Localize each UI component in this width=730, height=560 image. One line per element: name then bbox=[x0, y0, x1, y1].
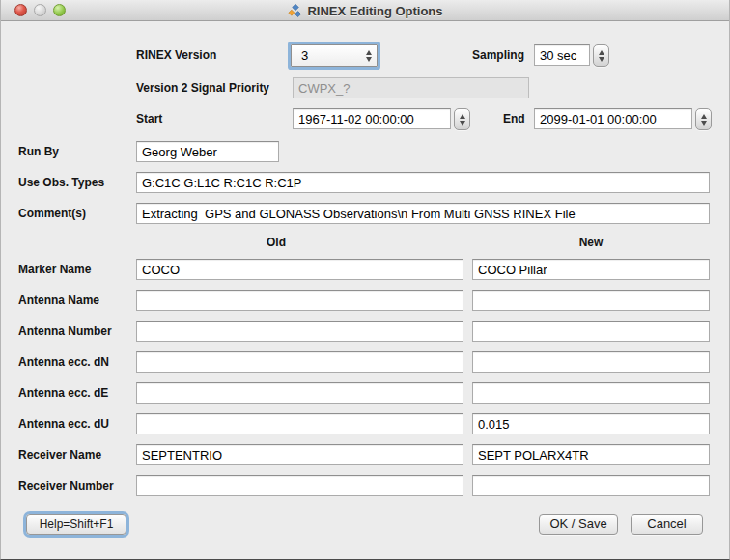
receiver-name-label: Receiver Name bbox=[18, 448, 101, 462]
end-label: End bbox=[503, 112, 525, 126]
antenna-number-label: Antenna Number bbox=[18, 324, 112, 339]
down-arrow-icon[interactable] bbox=[366, 57, 372, 62]
run-by-label: Run By bbox=[18, 145, 59, 159]
comments-input[interactable] bbox=[136, 203, 710, 224]
antenna-number-new-input[interactable] bbox=[472, 321, 710, 342]
antenna-ecc-du-label: Antenna ecc. dU bbox=[18, 417, 109, 432]
rinex-version-spinbox[interactable]: 3 bbox=[291, 44, 378, 67]
antenna-ecc-dn-new-input[interactable] bbox=[472, 351, 710, 373]
antenna-ecc-de-new-input[interactable] bbox=[472, 382, 710, 404]
down-arrow-icon[interactable] bbox=[460, 121, 465, 126]
ok-save-button[interactable]: OK / Save bbox=[539, 514, 618, 535]
use-obs-types-input[interactable] bbox=[136, 172, 710, 193]
start-label: Start bbox=[136, 112, 162, 126]
use-obs-types-label: Use Obs. Types bbox=[18, 176, 104, 190]
marker-name-new-input[interactable] bbox=[472, 259, 710, 280]
v2-signal-priority-label: Version 2 Signal Priority bbox=[136, 81, 269, 96]
antenna-name-new-input[interactable] bbox=[472, 290, 710, 311]
end-datetime-input[interactable] bbox=[534, 108, 692, 129]
down-arrow-icon[interactable] bbox=[599, 57, 604, 62]
up-arrow-icon[interactable] bbox=[701, 114, 707, 119]
up-arrow-icon[interactable] bbox=[599, 50, 604, 55]
new-column-header: New bbox=[472, 236, 710, 249]
help-button[interactable]: Help=Shift+F1 bbox=[26, 514, 126, 535]
old-column-header: Old bbox=[136, 236, 416, 249]
marker-name-label: Marker Name bbox=[18, 263, 91, 277]
up-arrow-icon[interactable] bbox=[460, 114, 465, 119]
rinex-version-value: 3 bbox=[301, 48, 308, 63]
title-bar[interactable]: RINEX Editing Options bbox=[1, 0, 729, 21]
antenna-name-label: Antenna Name bbox=[18, 294, 99, 308]
rinex-editing-options-dialog: RINEX Editing Options RINEX Version 3 Sa… bbox=[0, 0, 730, 560]
run-by-input[interactable] bbox=[136, 141, 279, 162]
receiver-number-label: Receiver Number bbox=[18, 479, 114, 493]
antenna-ecc-de-old-input[interactable] bbox=[136, 382, 463, 404]
up-arrow-icon[interactable] bbox=[366, 50, 372, 55]
comments-label: Comment(s) bbox=[18, 207, 86, 221]
sampling-input[interactable] bbox=[534, 44, 590, 66]
antenna-ecc-dn-label: Antenna ecc. dN bbox=[18, 355, 109, 370]
window-title: RINEX Editing Options bbox=[307, 4, 442, 18]
cancel-button[interactable]: Cancel bbox=[631, 514, 703, 535]
antenna-ecc-de-label: Antenna ecc. dE bbox=[18, 386, 108, 401]
marker-name-old-input[interactable] bbox=[136, 259, 463, 280]
start-datetime-input[interactable] bbox=[293, 108, 451, 129]
down-arrow-icon[interactable] bbox=[701, 121, 707, 126]
rinex-version-label: RINEX Version bbox=[136, 48, 216, 63]
antenna-ecc-du-old-input[interactable] bbox=[136, 413, 463, 434]
antenna-name-old-input[interactable] bbox=[136, 290, 463, 311]
sampling-label: Sampling bbox=[472, 48, 524, 63]
end-stepper[interactable] bbox=[695, 108, 712, 130]
antenna-ecc-dn-old-input[interactable] bbox=[136, 351, 463, 373]
antenna-number-old-input[interactable] bbox=[136, 321, 463, 342]
receiver-name-new-input[interactable] bbox=[472, 444, 710, 465]
receiver-number-new-input[interactable] bbox=[472, 475, 710, 496]
app-icon bbox=[287, 3, 302, 18]
start-stepper[interactable] bbox=[454, 108, 470, 130]
receiver-name-old-input[interactable] bbox=[136, 444, 463, 465]
sampling-stepper[interactable] bbox=[593, 44, 609, 67]
receiver-number-old-input[interactable] bbox=[136, 475, 463, 496]
v2-signal-priority-input bbox=[293, 77, 529, 98]
antenna-ecc-du-new-input[interactable] bbox=[472, 413, 710, 434]
